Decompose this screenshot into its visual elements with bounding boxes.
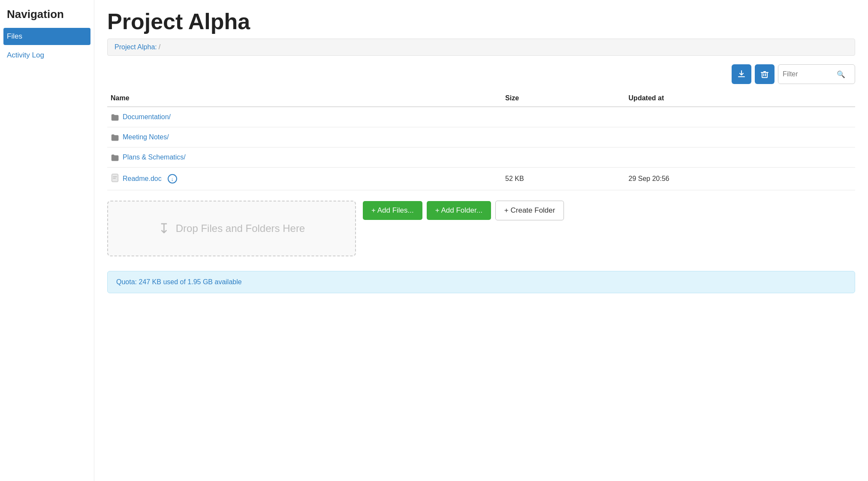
col-size: Size: [502, 90, 625, 107]
sidebar: Navigation Files Activity Log: [0, 0, 94, 481]
table-cell-updated: [625, 147, 855, 168]
file-name: Readme.doc: [123, 175, 162, 183]
quota-text: Quota: 247 KB used of 1.95 GB available: [116, 278, 242, 286]
table-cell-updated: 29 Sep 20:56: [625, 168, 855, 190]
table-cell-size: 52 KB: [502, 168, 625, 190]
filter-input-wrap: 🔍: [778, 64, 855, 84]
add-folder-button[interactable]: + Add Folder...: [427, 201, 491, 220]
action-buttons: + Add Files... + Add Folder... + Create …: [363, 201, 564, 220]
folder-name: Plans & Schematics/: [123, 153, 186, 161]
folder-name: Meeting Notes/: [123, 133, 169, 141]
download-button[interactable]: [732, 64, 751, 84]
folder-link[interactable]: Plans & Schematics/: [111, 153, 498, 161]
sidebar-item-files[interactable]: Files: [3, 28, 90, 45]
file-icon: [111, 174, 119, 184]
folder-icon: [111, 134, 119, 141]
breadcrumb-separator: /: [159, 43, 160, 51]
trash-icon: [760, 69, 769, 79]
file-link[interactable]: Readme.doc ↓: [111, 174, 498, 184]
table-cell-name: Meeting Notes/: [107, 127, 502, 147]
folder-link[interactable]: Meeting Notes/: [111, 133, 498, 141]
table-cell-updated: [625, 107, 855, 127]
drop-zone-label: Drop Files and Folders Here: [176, 222, 305, 234]
folder-name: Documentation/: [123, 113, 171, 121]
download-icon: [737, 69, 746, 79]
sidebar-item-activity-log[interactable]: Activity Log: [0, 47, 94, 64]
delete-button[interactable]: [755, 64, 775, 84]
file-table-body: Documentation/ Meeting Notes/ Plans & Sc…: [107, 107, 855, 190]
table-row: Meeting Notes/: [107, 127, 855, 147]
sidebar-title: Navigation: [0, 8, 94, 28]
svg-rect-0: [762, 72, 767, 78]
main-content: Project Alpha Project Alpha: / 🔍: [94, 0, 868, 481]
drop-zone[interactable]: ↧ Drop Files and Folders Here: [107, 201, 356, 256]
toolbar: 🔍: [107, 64, 855, 84]
table-cell-updated: [625, 127, 855, 147]
folder-link[interactable]: Documentation/: [111, 113, 498, 121]
create-folder-button[interactable]: + Create Folder: [495, 201, 564, 220]
filter-input[interactable]: [783, 70, 834, 78]
file-download-icon[interactable]: ↓: [168, 174, 177, 183]
page-title: Project Alpha: [107, 9, 855, 34]
table-cell-size: [502, 127, 625, 147]
col-name: Name: [107, 90, 502, 107]
table-row: Readme.doc ↓52 KB29 Sep 20:56: [107, 168, 855, 190]
table-row: Documentation/: [107, 107, 855, 127]
table-cell-name: Documentation/: [107, 107, 502, 127]
file-table: Name Size Updated at Documentation/ Meet…: [107, 90, 855, 190]
table-row: Plans & Schematics/: [107, 147, 855, 168]
search-icon: 🔍: [837, 70, 845, 78]
table-cell-size: [502, 107, 625, 127]
quota-bar: Quota: 247 KB used of 1.95 GB available: [107, 271, 855, 293]
table-cell-name: Readme.doc ↓: [107, 168, 502, 190]
folder-icon: [111, 154, 119, 161]
breadcrumb: Project Alpha: /: [107, 39, 855, 56]
add-files-button[interactable]: + Add Files...: [363, 201, 422, 220]
table-cell-size: [502, 147, 625, 168]
bottom-actions: ↧ Drop Files and Folders Here + Add File…: [107, 201, 855, 261]
breadcrumb-project[interactable]: Project Alpha:: [115, 43, 157, 51]
drop-icon: ↧: [158, 220, 170, 237]
table-cell-name: Plans & Schematics/: [107, 147, 502, 168]
table-header-row: Name Size Updated at: [107, 90, 855, 107]
folder-icon: [111, 114, 119, 120]
col-updated: Updated at: [625, 90, 855, 107]
svg-rect-3: [112, 174, 118, 182]
